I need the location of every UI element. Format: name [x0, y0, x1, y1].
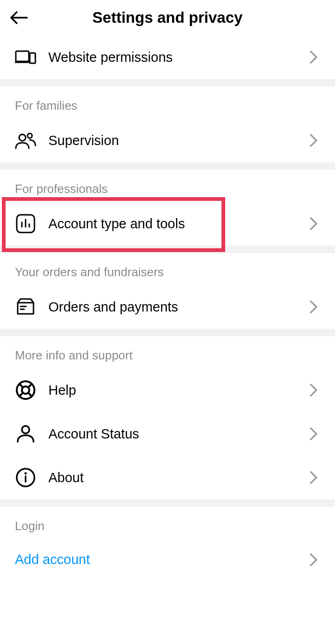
- help-item[interactable]: Help: [0, 368, 335, 412]
- section-header-login: Login: [0, 507, 335, 539]
- item-label: Supervision: [48, 133, 307, 148]
- info-icon: [15, 467, 36, 488]
- chevron-right-icon: [307, 51, 320, 64]
- svg-point-13: [22, 386, 29, 394]
- section-divider: [0, 499, 335, 507]
- section-divider: [0, 79, 335, 86]
- website-permissions-item[interactable]: Website permissions: [0, 35, 335, 79]
- person-icon: [15, 423, 36, 445]
- people-icon: [15, 130, 36, 151]
- svg-point-18: [22, 426, 29, 433]
- chevron-right-icon: [307, 134, 320, 147]
- header: Settings and privacy: [0, 0, 335, 35]
- arrow-left-icon: [8, 7, 29, 28]
- package-icon: [15, 296, 36, 318]
- account-status-item[interactable]: Account Status: [0, 412, 335, 456]
- item-label: Add account: [15, 552, 307, 567]
- chevron-right-icon: [307, 471, 320, 484]
- section-header-families: For families: [0, 86, 335, 119]
- add-account-item[interactable]: Add account: [0, 539, 335, 567]
- item-label: Orders and payments: [48, 299, 307, 315]
- item-label: Help: [48, 383, 307, 398]
- svg-line-17: [28, 393, 32, 397]
- item-label: About: [48, 470, 307, 485]
- section-divider: [0, 246, 335, 253]
- item-label: Account Status: [48, 426, 307, 442]
- chevron-right-icon: [307, 384, 320, 397]
- supervision-item[interactable]: Supervision: [0, 119, 335, 162]
- svg-point-4: [27, 133, 32, 138]
- item-label: Website permissions: [48, 50, 307, 65]
- svg-rect-0: [16, 51, 29, 61]
- item-label: Account type and tools: [48, 216, 307, 232]
- back-button[interactable]: [7, 7, 30, 29]
- section-header-support: More info and support: [0, 336, 335, 368]
- section-divider: [0, 329, 335, 336]
- orders-payments-item[interactable]: Orders and payments: [0, 285, 335, 329]
- svg-line-14: [19, 384, 23, 387]
- lifebuoy-icon: [15, 379, 36, 401]
- section-header-professionals: For professionals: [0, 170, 335, 202]
- about-item[interactable]: About: [0, 456, 335, 499]
- devices-icon: [15, 46, 36, 68]
- page-title: Settings and privacy: [30, 9, 305, 27]
- svg-point-20: [25, 472, 27, 475]
- chevron-right-icon: [307, 217, 320, 230]
- svg-point-3: [19, 134, 26, 141]
- section-header-orders: Your orders and fundraisers: [0, 253, 335, 285]
- chevron-right-icon: [307, 300, 320, 313]
- chevron-right-icon: [307, 427, 320, 440]
- svg-line-15: [28, 384, 32, 387]
- chevron-right-icon: [307, 553, 320, 566]
- chart-icon: [15, 213, 36, 234]
- svg-line-16: [19, 393, 23, 397]
- account-type-tools-item[interactable]: Account type and tools: [0, 202, 335, 246]
- section-divider: [0, 162, 335, 170]
